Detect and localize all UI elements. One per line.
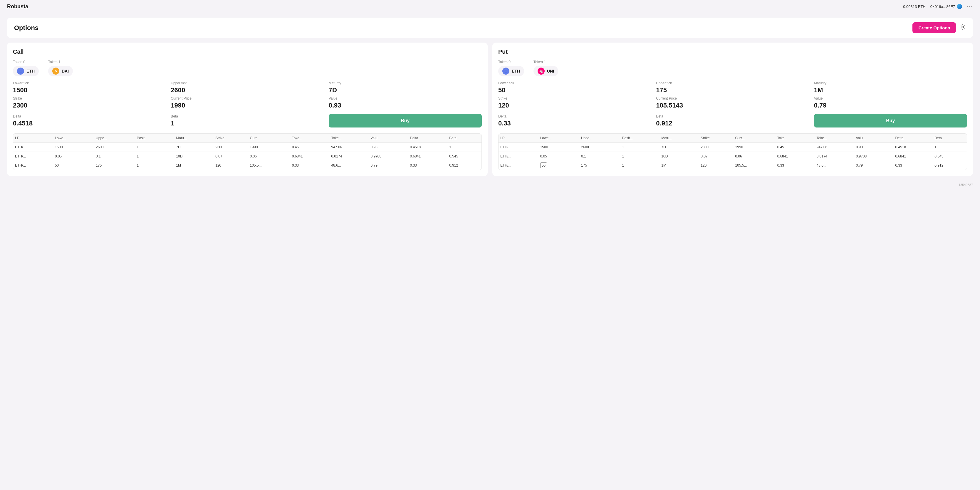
table-cell: 0.45 [290,143,329,152]
put-current-price-label: Current Price [656,96,809,100]
table-row[interactable]: ETH/...0.050.1110D0.070.060.68410.01740.… [498,152,967,161]
call-col-curr: Curr... [248,134,290,143]
put-current-price: Current Price 105.5143 [656,96,809,109]
put-current-price-value: 105.5143 [656,102,809,109]
put-beta-value: 0.912 [656,119,809,127]
dai-icon: $ [52,68,59,75]
table-cell: 0.79 [854,161,893,170]
table-cell: 0.545 [933,152,967,161]
put-col-lp: LP [498,134,538,143]
call-upper-tick: Upper tick 2600 [171,81,324,94]
put-token0-name: ETH [512,69,520,73]
globe-icon [957,4,962,9]
put-table-container: LP Lowe... Uppe... Posit... Matu... Stri… [498,134,967,170]
settings-icon-button[interactable] [959,24,966,32]
put-col-posit: Posit... [620,134,660,143]
call-current-price-value: 1990 [171,102,324,109]
table-cell: 0.07 [699,152,733,161]
uni-icon: 🦄 [538,68,545,75]
put-token0-group: Token 0 Ξ ETH [498,60,524,76]
table-cell: 0.45 [776,143,815,152]
put-upper-tick: Upper tick 175 [656,81,809,94]
call-panel: Call Token 0 Ξ ETH Token 1 $ DAI [7,43,488,176]
svg-point-0 [962,26,964,28]
call-table-body: ETH/...1500260017D230019900.45947.060.93… [13,143,482,170]
put-table: LP Lowe... Uppe... Posit... Matu... Stri… [498,134,967,170]
call-current-price-label: Current Price [171,96,324,100]
topbar-right: 0.00313 ETH 0×016a...86F7 ··· [903,3,973,10]
put-lower-tick: Lower tick 50 [498,81,651,94]
put-stats-grid: Lower tick 50 Upper tick 175 Maturity 1M… [498,81,967,109]
table-cell: 947.06 [329,143,369,152]
put-lower-tick-label: Lower tick [498,81,651,85]
table-cell: 2300 [213,143,248,152]
put-col-valu: Valu... [854,134,893,143]
footer: 13549387 [0,181,980,189]
call-maturity-value: 7D [329,86,482,94]
table-cell: 0.06 [733,152,776,161]
call-col-toke2: Toke... [329,134,369,143]
call-token1-badge: $ DAI [48,66,73,76]
table-cell: 50 [538,161,579,170]
table-cell: 1500 [538,143,579,152]
table-cell: 0.6841 [408,152,447,161]
table-cell: 1990 [248,143,290,152]
table-cell: 1 [620,161,660,170]
put-buy-button[interactable]: Buy [814,114,967,127]
call-strike-value: 2300 [13,102,166,109]
call-col-matu: Matu... [174,134,213,143]
table-cell: 947.06 [815,143,854,152]
call-buy-button[interactable]: Buy [329,114,482,127]
call-strike-label: Strike [13,96,166,100]
put-value: Value 0.79 [814,96,967,109]
call-delta-value: 0.4518 [13,119,166,127]
table-cell: 175 [579,161,620,170]
call-panel-title: Call [13,48,482,55]
table-row[interactable]: ETH/...5017511M120105.5...0.3348.6...0.7… [13,161,482,170]
more-menu-icon[interactable]: ··· [967,3,973,10]
table-cell: 0.912 [933,161,967,170]
table-cell: 0.6841 [290,152,329,161]
eth-icon-put: Ξ [502,68,509,75]
call-table-container: LP Lowe... Uppe... Posit... Matu... Stri… [13,134,482,170]
table-cell: 0.06 [248,152,290,161]
table-cell: 1 [135,143,174,152]
call-strike: Strike 2300 [13,96,166,109]
put-strike-label: Strike [498,96,651,100]
table-cell: 1 [135,161,174,170]
call-current-price: Current Price 1990 [171,96,324,109]
put-upper-tick-value: 175 [656,86,809,94]
block-number: 13549387 [959,183,973,186]
table-cell: 1 [620,152,660,161]
panels-row: Call Token 0 Ξ ETH Token 1 $ DAI [7,43,973,176]
table-cell: 1500 [53,143,94,152]
settings-icon [959,24,966,30]
put-col-curr: Curr... [733,134,776,143]
table-cell: 0.33 [408,161,447,170]
call-value-value: 0.93 [329,102,482,109]
put-token1-group: Token 1 🦄 UNI [533,60,558,76]
eth-icon: Ξ [17,68,24,75]
eth-balance: 0.00313 ETH [903,5,926,9]
table-row[interactable]: ETH/...1500260017D230019900.45947.060.93… [13,143,482,152]
table-cell: 2300 [699,143,733,152]
call-col-toke1: Toke... [290,134,329,143]
wallet-address: 0×016a...86F7 [931,4,962,9]
table-cell: 175 [94,161,135,170]
table-cell: 0.9708 [854,152,893,161]
table-cell: ETH/... [498,143,538,152]
table-cell: 7D [174,143,213,152]
call-token0-badge: Ξ ETH [13,66,39,76]
table-row[interactable]: ETH/...1500260017D230019900.45947.060.93… [498,143,967,152]
table-cell: 1M [660,161,699,170]
put-token-row: Token 0 Ξ ETH Token 1 🦄 UNI [498,60,967,76]
table-cell: 120 [699,161,733,170]
app-logo: Robusta [7,3,28,10]
call-lower-tick: Lower tick 1500 [13,81,166,94]
create-options-button[interactable]: Create Options [912,22,956,33]
put-col-delta: Delta [893,134,933,143]
put-strike-value: 120 [498,102,651,109]
call-token-row: Token 0 Ξ ETH Token 1 $ DAI [13,60,482,76]
table-row[interactable]: ETH/...5017511M120105.5...0.3348.6...0.7… [498,161,967,170]
table-row[interactable]: ETH/...0.050.1110D0.070.060.68410.01740.… [13,152,482,161]
